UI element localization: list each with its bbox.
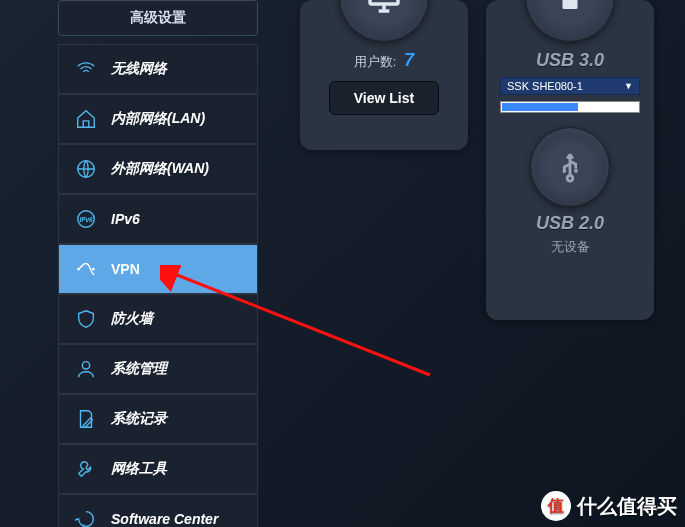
sidebar-item-software-center[interactable]: Software Center (58, 494, 258, 527)
sidebar-item-lan[interactable]: 内部网络(LAN) (58, 94, 258, 144)
usb-plug-icon (552, 0, 588, 15)
sidebar-item-log[interactable]: 系统记录 (58, 394, 258, 444)
usb2-title: USB 2.0 (498, 213, 642, 234)
usb3-device-name: SSK SHE080-1 (507, 80, 583, 92)
wifi-icon (73, 57, 99, 81)
usb-icon (553, 150, 587, 184)
sidebar-item-label: 系统管理 (111, 360, 167, 378)
clients-icon-circle[interactable] (339, 0, 429, 42)
sidebar-header: 高级设置 (58, 0, 258, 36)
spiral-icon (73, 507, 99, 527)
watermark: 值 什么值得买 (541, 491, 677, 521)
svg-rect-12 (574, 169, 577, 172)
usb3-icon-circle[interactable] (525, 0, 615, 42)
client-count-value: 7 (404, 50, 414, 70)
document-edit-icon (73, 407, 99, 431)
ipv6-icon: IPv6 (73, 207, 99, 231)
svg-rect-10 (563, 0, 578, 9)
usb3-usage-fill (502, 103, 578, 111)
sidebar-item-label: 网络工具 (111, 460, 167, 478)
usb2-status: 无设备 (498, 238, 642, 256)
user-icon (73, 357, 99, 381)
advanced-settings-sidebar: 高级设置 无线网络 内部网络(LAN) 外部网络(WAN) IPv6 IPv6 … (58, 0, 258, 527)
sidebar-item-label: 系统记录 (111, 410, 167, 428)
chevron-down-icon: ▼ (624, 81, 633, 91)
svg-point-3 (77, 268, 80, 271)
svg-text:IPv6: IPv6 (79, 216, 93, 223)
usb3-title: USB 3.0 (498, 50, 642, 71)
watermark-badge: 值 (541, 491, 571, 521)
sidebar-item-tools[interactable]: 网络工具 (58, 444, 258, 494)
sidebar-item-firewall[interactable]: 防火墙 (58, 294, 258, 344)
sidebar-item-admin[interactable]: 系统管理 (58, 344, 258, 394)
client-count-line: 用户数: 7 (312, 50, 456, 71)
sidebar-item-ipv6[interactable]: IPv6 IPv6 (58, 194, 258, 244)
view-list-button[interactable]: View List (329, 81, 439, 115)
shield-icon (73, 307, 99, 331)
usb3-device-dropdown[interactable]: SSK SHE080-1 ▼ (500, 77, 640, 95)
usb3-usage-bar (500, 101, 640, 113)
sidebar-item-label: VPN (111, 261, 140, 277)
clients-panel: 用户数: 7 View List (300, 0, 468, 150)
sidebar-item-vpn[interactable]: VPN (58, 244, 258, 294)
globe-icon (73, 157, 99, 181)
sidebar-item-wan[interactable]: 外部网络(WAN) (58, 144, 258, 194)
sidebar-item-label: IPv6 (111, 211, 140, 227)
usb2-icon-circle[interactable] (530, 127, 610, 207)
monitor-icon (363, 0, 405, 18)
sidebar-item-wireless[interactable]: 无线网络 (58, 44, 258, 94)
watermark-text: 什么值得买 (577, 493, 677, 520)
sidebar-item-label: 外部网络(WAN) (111, 160, 209, 178)
usb-panel: USB 3.0 SSK SHE080-1 ▼ USB 2.0 无设备 (486, 0, 654, 320)
client-count-label: 用户数: (354, 54, 397, 69)
svg-point-11 (563, 170, 566, 173)
wrench-icon (73, 457, 99, 481)
svg-point-4 (92, 268, 95, 271)
home-icon (73, 107, 99, 131)
vpn-icon (73, 257, 99, 281)
svg-rect-6 (370, 0, 398, 4)
svg-point-5 (82, 362, 89, 369)
sidebar-item-label: 防火墙 (111, 310, 153, 328)
sidebar-item-label: Software Center (111, 511, 218, 527)
sidebar-item-label: 无线网络 (111, 60, 167, 78)
sidebar-item-label: 内部网络(LAN) (111, 110, 205, 128)
